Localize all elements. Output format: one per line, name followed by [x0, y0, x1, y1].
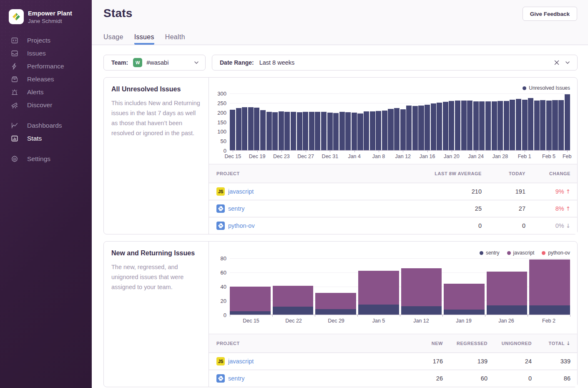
unresolved-bar — [449, 101, 454, 150]
unresolved-chart-xaxis: Dec 15Dec 19Dec 23Dec 27Dec 31Jan 4Jan 8… — [230, 151, 570, 165]
stats-icon — [11, 135, 18, 142]
unresolved-bar — [504, 101, 509, 150]
segment-sentry — [401, 306, 442, 315]
unresolved-bar — [279, 111, 284, 150]
unresolved-bar — [352, 113, 357, 150]
change-cell: 9% ↑ — [532, 188, 577, 195]
segment-sentry — [230, 311, 271, 315]
project-link[interactable]: python-ov — [228, 222, 255, 229]
empower-plant-logo-icon — [11, 12, 21, 22]
sidebar-item-label: Settings — [27, 155, 50, 163]
tab-health[interactable]: Health — [165, 33, 185, 45]
sidebar-item-alerts[interactable]: Alerts — [0, 86, 92, 98]
project-link[interactable]: javascript — [228, 358, 254, 365]
unresolved-bar — [388, 109, 393, 150]
date-range-filter[interactable]: Date Range: Last 8 weeks — [212, 55, 578, 71]
segment-sentry — [358, 305, 399, 315]
stacked-bar-dec-29 — [315, 258, 356, 315]
sidebar-item-issues[interactable]: Issues — [0, 47, 92, 60]
unresolved-bar — [467, 101, 472, 150]
x-tick — [476, 151, 476, 152]
x-tick-label: Jan 5 — [372, 318, 385, 324]
sort-desc-arrow-icon: ↓ — [566, 340, 570, 346]
org-logo — [9, 9, 24, 24]
x-tick — [485, 315, 485, 317]
discover-icon — [11, 101, 18, 109]
x-tick — [230, 315, 230, 317]
nav-group-tertiary: Settings — [0, 152, 92, 165]
x-tick — [281, 151, 282, 152]
x-tick — [549, 151, 549, 152]
unresolved-bar — [284, 112, 290, 150]
y-tick-label: 60 — [221, 270, 226, 276]
team-filter-value: #wasabi — [146, 59, 168, 66]
unresolved-bar — [516, 99, 521, 150]
unresolved-bar — [394, 108, 400, 150]
unresolved-bar — [333, 113, 339, 150]
y-tick-label: 300 — [217, 91, 226, 97]
sidebar: Empower Plant Jane Schmidt ProjectsIssue… — [0, 0, 92, 388]
give-feedback-button[interactable]: Give Feedback — [523, 7, 577, 21]
new-returning-issues-panel: New and Returning Issues The new, regres… — [103, 241, 578, 387]
tab-usage[interactable]: Usage — [103, 33, 123, 45]
tab-issues[interactable]: Issues — [134, 33, 154, 45]
unresolved-bar — [248, 107, 254, 150]
column-header-project: PROJECT — [209, 341, 405, 346]
date-range-chevron-down-icon[interactable] — [565, 60, 570, 66]
sidebar-item-settings[interactable]: Settings — [0, 152, 92, 165]
sidebar-item-stats[interactable]: Stats — [0, 132, 92, 145]
new-returning-chart-legend: sentryjavascriptpython-ov — [209, 250, 570, 256]
project-link[interactable]: sentry — [228, 375, 245, 382]
x-tick-label: Jan 8 — [372, 154, 385, 159]
x-tick — [403, 151, 403, 152]
team-filter[interactable]: Team: W #wasabi — [103, 55, 206, 71]
org-name: Empower Plant — [28, 10, 72, 17]
avg-cell: 25 — [397, 205, 488, 212]
unresolved-bar — [437, 103, 442, 150]
unresolved-bar — [297, 112, 302, 150]
x-tick — [233, 151, 233, 152]
sidebar-item-label: Releases — [27, 76, 54, 83]
sidebar-item-releases[interactable]: Releases — [0, 73, 92, 86]
project-link[interactable]: javascript — [228, 188, 254, 195]
column-header-last-8w-average: LAST 8W AVERAGE — [397, 171, 488, 176]
total-cell: 86 — [538, 375, 577, 382]
python-platform-icon — [216, 374, 225, 383]
legend-item-unresolved-issues: Unresolved Issues — [523, 85, 570, 91]
date-range-clear-icon[interactable] — [554, 60, 560, 66]
segment-javascript — [487, 272, 528, 305]
content: Team: W #wasabi Date Range: Last 8 weeks — [92, 45, 588, 387]
project-link[interactable]: sentry — [228, 205, 245, 212]
sidebar-item-discover[interactable]: Discover — [0, 98, 92, 111]
legend-label: javascript — [513, 250, 535, 256]
x-tick-label: Feb 2 — [542, 318, 555, 324]
unresolved-table-header: PROJECTLAST 8W AVERAGETODAYCHANGE — [209, 164, 577, 183]
sidebar-item-dashboards[interactable]: Dashboards — [0, 119, 92, 132]
sidebar-item-performance[interactable]: Performance — [0, 60, 92, 73]
unresolved-bar — [406, 106, 412, 150]
x-tick — [306, 151, 306, 152]
segment-javascript — [315, 293, 356, 309]
x-tick — [528, 315, 528, 317]
sidebar-item-projects[interactable]: Projects — [0, 34, 92, 47]
y-tick-label: 200 — [217, 109, 226, 116]
segment-javascript — [444, 284, 485, 310]
unresolved-bar — [364, 111, 369, 150]
segment-javascript — [273, 286, 314, 307]
today-cell: 27 — [488, 205, 532, 212]
new-returning-panel-title: New and Returning Issues — [111, 249, 202, 257]
org-header[interactable]: Empower Plant Jane Schmidt — [0, 0, 92, 24]
project-cell: sentry — [209, 204, 397, 213]
unresolved-bar — [412, 106, 418, 150]
nav-group-primary: ProjectsIssuesPerformanceReleasesAlertsD… — [0, 34, 92, 111]
x-tick — [525, 151, 525, 152]
alerts-icon — [11, 88, 18, 96]
python-platform-icon — [216, 204, 225, 213]
legend-label: Unresolved Issues — [529, 85, 570, 91]
x-tick — [500, 151, 500, 152]
unresolved-bar — [565, 94, 570, 150]
column-header-project: PROJECT — [209, 171, 397, 176]
column-header-regressed: REGRESSED — [450, 341, 494, 346]
new-returning-chart-xaxis: Dec 15Dec 22Dec 29Jan 5Jan 12Jan 19Jan 2… — [230, 315, 570, 329]
tabs: UsageIssuesHealth — [103, 33, 185, 45]
